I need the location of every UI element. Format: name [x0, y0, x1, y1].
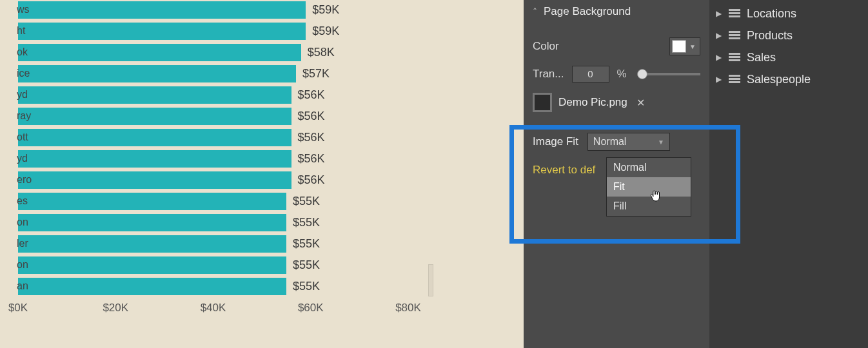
slider-thumb-icon[interactable] — [637, 69, 647, 79]
bar-row[interactable]: yd$56K — [18, 149, 431, 168]
bar-value: $56K — [298, 88, 325, 102]
section-title: Page Background — [544, 5, 631, 18]
bar[interactable] — [18, 214, 286, 231]
axis-tick: $20K — [103, 302, 128, 314]
bar[interactable] — [18, 44, 301, 61]
bar-category: ok — [17, 46, 18, 58]
bar-row[interactable]: on$55K — [18, 213, 431, 232]
image-thumb-icon[interactable] — [533, 93, 552, 112]
bar-row[interactable]: an$55K — [18, 276, 431, 296]
image-fit-option-fit[interactable]: Fit — [607, 177, 691, 197]
field-sales[interactable]: ▶ Sales — [716, 46, 862, 68]
fields-pane: ▶ Locations ▶ Products ▶ Sales ▶ Salespe… — [709, 0, 868, 348]
field-products[interactable]: ▶ Products — [716, 24, 862, 46]
bar-category: ray — [17, 110, 18, 122]
table-icon — [729, 75, 740, 84]
chevron-up-icon: ˄ — [533, 6, 537, 17]
bar-category: ero — [17, 174, 18, 186]
color-swatch-icon — [672, 40, 686, 53]
axis-tick: $40K — [201, 302, 226, 314]
bar-value: $55K — [293, 216, 320, 229]
bar-row[interactable]: ero$56K — [18, 170, 431, 189]
format-pane: ˄ Page Background Color ▼ Tran... 0 % De… — [524, 0, 709, 348]
bar-value: $57K — [302, 67, 330, 81]
bar-category: on — [17, 217, 18, 228]
image-fit-select[interactable]: Normal ▼ — [587, 133, 670, 151]
bar[interactable] — [18, 256, 286, 274]
image-fit-option-normal[interactable]: Normal — [607, 158, 691, 177]
table-icon — [729, 31, 740, 40]
chevron-down-icon: ▼ — [658, 139, 664, 146]
bar-value: $55K — [293, 258, 320, 272]
bar-value: $56K — [298, 110, 325, 123]
bar-category: es — [17, 195, 18, 207]
field-label: Products — [747, 29, 793, 43]
image-fit-option-fill[interactable]: Fill — [607, 197, 691, 216]
bar-value: $58K — [308, 46, 335, 59]
bar-value: $55K — [293, 195, 320, 208]
close-icon[interactable]: ✕ — [636, 97, 645, 109]
field-locations[interactable]: ▶ Locations — [716, 3, 862, 24]
bar-row[interactable]: ray$56K — [18, 106, 431, 126]
bar[interactable] — [18, 108, 291, 125]
bar-row[interactable]: ice$57K — [18, 64, 431, 83]
transparency-slider[interactable] — [638, 73, 700, 75]
label-image-fit: Image Fit — [533, 135, 578, 148]
field-salespeople[interactable]: ▶ Salespeople — [716, 68, 862, 90]
bar-category: ice — [17, 68, 18, 79]
field-label: Locations — [747, 7, 796, 21]
bar[interactable] — [18, 23, 306, 40]
chevron-right-icon: ▶ — [716, 53, 722, 62]
image-filename: Demo Pic.png — [558, 96, 627, 109]
table-icon — [729, 9, 740, 18]
bar-category: on — [17, 259, 18, 271]
bar[interactable] — [18, 65, 296, 82]
transparency-input[interactable]: 0 — [572, 66, 609, 82]
chevron-right-icon: ▶ — [716, 9, 722, 18]
table-icon — [729, 53, 740, 62]
color-picker[interactable]: ▼ — [669, 37, 700, 55]
bar[interactable] — [18, 235, 286, 253]
bar-category: an — [17, 280, 18, 292]
bar-row[interactable]: es$55K — [18, 191, 431, 211]
field-label: Salespeople — [747, 73, 811, 86]
chevron-down-icon: ▼ — [689, 43, 698, 50]
bar-row[interactable]: ler$55K — [18, 234, 431, 253]
bar-category: ott — [17, 131, 18, 143]
bar-category: yd — [17, 89, 18, 101]
field-label: Sales — [747, 51, 776, 64]
bar[interactable] — [18, 171, 291, 189]
bar-category: yd — [17, 153, 18, 164]
bar-chart[interactable]: ws$59Kht$59Kok$58Kice$57Kyd$56Kray$56Kot… — [18, 0, 431, 296]
bar[interactable] — [18, 278, 286, 295]
bar[interactable] — [18, 86, 291, 104]
bar[interactable] — [18, 193, 286, 210]
image-fit-dropdown: Normal Fit Fill — [606, 157, 691, 217]
bar-value: $55K — [293, 237, 320, 251]
image-fit-value: Normal — [593, 136, 627, 148]
bar-row[interactable]: yd$56K — [18, 85, 431, 104]
chevron-right-icon: ▶ — [716, 75, 722, 84]
bar-value: $56K — [298, 152, 325, 166]
bar-value: $55K — [293, 280, 320, 293]
report-canvas[interactable]: ws$59Kht$59Kok$58Kice$57Kyd$56Kray$56Kot… — [0, 0, 524, 348]
bar[interactable] — [18, 129, 291, 146]
bar-row[interactable]: on$55K — [18, 255, 431, 275]
row-color: Color ▼ — [524, 32, 709, 61]
bar-value: $59K — [312, 3, 339, 17]
bar[interactable] — [18, 1, 306, 19]
bar-value: $59K — [312, 24, 339, 38]
bar[interactable] — [18, 150, 291, 168]
axis-tick: $60K — [298, 302, 324, 314]
section-page-background[interactable]: ˄ Page Background — [524, 0, 709, 23]
bar-row[interactable]: ht$59K — [18, 21, 431, 41]
bar-value: $56K — [298, 131, 325, 144]
label-transparency: Tran... — [533, 68, 564, 81]
row-image-fit: Image Fit Normal ▼ — [524, 125, 709, 159]
row-image: Demo Pic.png ✕ — [524, 88, 709, 117]
bar-row[interactable]: ws$59K — [18, 0, 431, 19]
axis-tick: $0K — [8, 302, 28, 314]
bar-category: ws — [17, 4, 18, 15]
bar-row[interactable]: ok$58K — [18, 43, 431, 62]
bar-row[interactable]: ott$56K — [18, 128, 431, 147]
